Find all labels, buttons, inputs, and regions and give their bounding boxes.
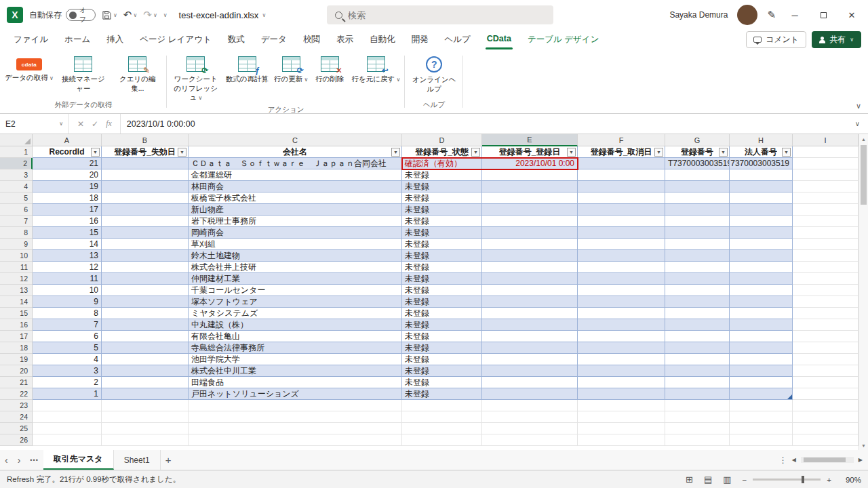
cell-C19[interactable]: 池田学院大学 bbox=[189, 354, 402, 365]
cell-H20[interactable] bbox=[730, 365, 793, 377]
cell-D7[interactable]: 未登録 bbox=[402, 216, 482, 227]
cell-E24[interactable] bbox=[482, 411, 578, 423]
cell-H5[interactable] bbox=[730, 192, 793, 204]
cell-H26[interactable] bbox=[730, 434, 793, 446]
row-header-5[interactable]: 5 bbox=[0, 192, 33, 204]
cell-H25[interactable] bbox=[730, 423, 793, 434]
column-header-G[interactable]: G bbox=[665, 134, 730, 146]
cell-E9[interactable] bbox=[482, 239, 578, 250]
cell-I3[interactable] bbox=[793, 169, 859, 181]
cell-C2[interactable]: ＣＤａｔａ Ｓｏｆｔｗａｒｅ Ｊａｐａｎ合同会社 bbox=[189, 158, 402, 169]
cell-F23[interactable] bbox=[578, 400, 665, 411]
cell-C6[interactable]: 新山物産 bbox=[189, 204, 402, 216]
cell-C17[interactable]: 有限会社亀山 bbox=[189, 331, 402, 342]
cell-E23[interactable] bbox=[482, 400, 578, 411]
row-header-2[interactable]: 2 bbox=[0, 158, 33, 169]
cell-D6[interactable]: 未登録 bbox=[402, 204, 482, 216]
cell-D20[interactable]: 未登録 bbox=[402, 365, 482, 377]
cell-B26[interactable] bbox=[102, 434, 189, 446]
cell-G12[interactable] bbox=[665, 273, 730, 285]
row-header-17[interactable]: 17 bbox=[0, 331, 33, 342]
column-header-D[interactable]: D bbox=[402, 134, 482, 146]
cell-A11[interactable]: 12 bbox=[33, 262, 102, 273]
row-header-22[interactable]: 22 bbox=[0, 388, 33, 400]
cell-A8[interactable]: 15 bbox=[33, 227, 102, 239]
cell-E21[interactable] bbox=[482, 377, 578, 388]
cell-B16[interactable] bbox=[102, 319, 189, 331]
cell-A3[interactable]: 20 bbox=[33, 169, 102, 181]
column-header-E[interactable]: E bbox=[482, 134, 578, 146]
ribbon-tab-データ[interactable]: データ bbox=[253, 30, 295, 50]
horizontal-scrollbar-thumb[interactable] bbox=[804, 458, 846, 462]
cell-G19[interactable] bbox=[665, 354, 730, 365]
cell-F20[interactable] bbox=[578, 365, 665, 377]
cell-B4[interactable] bbox=[102, 181, 189, 192]
normal-view-icon[interactable]: ⊞ bbox=[686, 474, 693, 485]
cell-F22[interactable] bbox=[578, 388, 665, 400]
close-button[interactable]: ✕ bbox=[842, 10, 861, 20]
column-header-I[interactable]: I bbox=[793, 134, 859, 146]
cell-E13[interactable] bbox=[482, 285, 578, 296]
cell-E10[interactable] bbox=[482, 250, 578, 262]
autosave-switch[interactable]: オフ bbox=[66, 9, 96, 21]
cell-I1[interactable] bbox=[793, 146, 859, 158]
ink-draw-icon[interactable]: ✎ bbox=[767, 9, 776, 21]
row-header-8[interactable]: 8 bbox=[0, 227, 33, 239]
zoom-level[interactable]: 90% bbox=[842, 476, 861, 484]
cell-E7[interactable] bbox=[482, 216, 578, 227]
cell-D4[interactable]: 未登録 bbox=[402, 181, 482, 192]
ribbon-button[interactable]: ⟳行の更新 ∨ bbox=[271, 52, 311, 86]
cell-E2[interactable]: 2023/10/01 0:00 bbox=[482, 158, 578, 169]
ribbon-button[interactable]: 接続マネージャー bbox=[56, 52, 111, 95]
cell-A22[interactable]: 1 bbox=[33, 388, 102, 400]
cell-A12[interactable]: 11 bbox=[33, 273, 102, 285]
cell-E12[interactable] bbox=[482, 273, 578, 285]
ribbon-collapse-chevron[interactable]: ∨ bbox=[856, 102, 861, 110]
row-header-24[interactable]: 24 bbox=[0, 411, 33, 423]
cell-E8[interactable] bbox=[482, 227, 578, 239]
cell-D9[interactable]: 未登録 bbox=[402, 239, 482, 250]
cell-H2[interactable]: 7370003003519 bbox=[730, 158, 793, 169]
row-header-10[interactable]: 10 bbox=[0, 250, 33, 262]
cell-I21[interactable] bbox=[793, 377, 859, 388]
cell-G6[interactable] bbox=[665, 204, 730, 216]
cell-E5[interactable] bbox=[482, 192, 578, 204]
cell-C14[interactable]: 塚本ソフトウェア bbox=[189, 296, 402, 308]
cell-D16[interactable]: 未登録 bbox=[402, 319, 482, 331]
cell-H7[interactable] bbox=[730, 216, 793, 227]
cell-B6[interactable] bbox=[102, 204, 189, 216]
autosave-toggle[interactable]: 自動保存 オフ bbox=[29, 9, 96, 21]
row-header-9[interactable]: 9 bbox=[0, 239, 33, 250]
row-header-13[interactable]: 13 bbox=[0, 285, 33, 296]
cell-E16[interactable] bbox=[482, 319, 578, 331]
cell-C26[interactable] bbox=[189, 434, 402, 446]
cell-B22[interactable] bbox=[102, 388, 189, 400]
cell-B8[interactable] bbox=[102, 227, 189, 239]
cell-E4[interactable] bbox=[482, 181, 578, 192]
column-header-B[interactable]: B bbox=[102, 134, 189, 146]
cell-E19[interactable] bbox=[482, 354, 578, 365]
cell-H22[interactable] bbox=[730, 388, 793, 400]
cell-I19[interactable] bbox=[793, 354, 859, 365]
cell-F25[interactable] bbox=[578, 423, 665, 434]
cell-E14[interactable] bbox=[482, 296, 578, 308]
cell-B23[interactable] bbox=[102, 400, 189, 411]
row-header-4[interactable]: 4 bbox=[0, 181, 33, 192]
cell-D14[interactable]: 未登録 bbox=[402, 296, 482, 308]
cell-H10[interactable] bbox=[730, 250, 793, 262]
cell-B13[interactable] bbox=[102, 285, 189, 296]
cell-C16[interactable]: 中丸建設（株） bbox=[189, 319, 402, 331]
cell-I18[interactable] bbox=[793, 342, 859, 354]
cell-I24[interactable] bbox=[793, 411, 859, 423]
cell-G2[interactable]: T7370003003519 bbox=[665, 158, 730, 169]
column-header-H[interactable]: H bbox=[730, 134, 793, 146]
cell-C3[interactable]: 金都運総研 bbox=[189, 169, 402, 181]
cell-B5[interactable] bbox=[102, 192, 189, 204]
hscroll-right-arrow[interactable]: ▶ bbox=[859, 457, 863, 463]
cell-I6[interactable] bbox=[793, 204, 859, 216]
row-header-14[interactable]: 14 bbox=[0, 296, 33, 308]
cell-F7[interactable] bbox=[578, 216, 665, 227]
cell-H3[interactable] bbox=[730, 169, 793, 181]
row-header-11[interactable]: 11 bbox=[0, 262, 33, 273]
cell-I2[interactable] bbox=[793, 158, 859, 169]
